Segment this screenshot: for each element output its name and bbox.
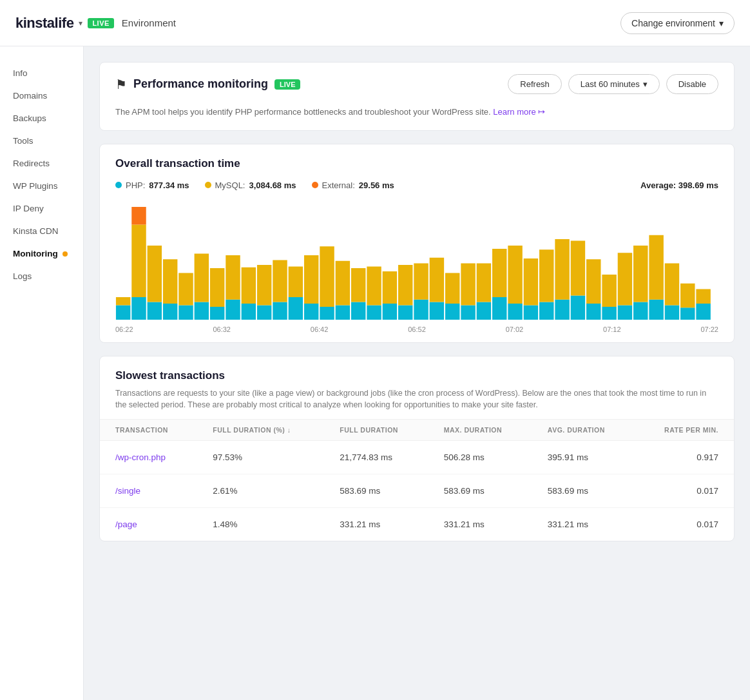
col-rate-per-min: RATE PER MIN. [635,420,734,441]
live-environment-badge: LIVE [88,18,113,28]
sidebar-item-wp-plugins[interactable]: WP Plugins [0,175,83,197]
full-duration-cell: 331.21 ms [324,508,428,541]
svg-rect-33 [367,305,381,320]
external-legend-label: External: [322,180,355,190]
logo-chevron-icon[interactable]: ▾ [79,19,82,28]
svg-rect-68 [633,246,648,302]
transaction-cell: /page [100,508,197,541]
max-duration-cell: 583.69 ms [428,474,532,508]
svg-rect-44 [445,273,459,304]
svg-rect-12 [195,253,209,302]
svg-rect-67 [633,302,648,320]
php-legend-value: 877.34 ms [149,180,189,190]
perf-desc-text: The APM tool helps you identify PHP perf… [115,107,491,117]
svg-rect-5 [148,302,162,320]
sidebar-item-redirects[interactable]: Redirects [0,152,83,175]
svg-rect-6 [148,246,162,302]
time-range-label: Last 60 minutes [581,79,640,89]
sidebar-item-tools[interactable]: Tools [0,130,83,152]
svg-rect-37 [398,305,412,320]
environment-label: Environment [122,17,176,28]
svg-rect-72 [665,263,679,305]
time-range-button[interactable]: Last 60 minutes ▾ [568,74,660,94]
change-environment-button[interactable]: Change environment ▾ [620,12,735,34]
max-duration-cell: 506.28 ms [428,441,532,474]
transaction-link[interactable]: /wp-cron.php [115,452,166,462]
svg-rect-14 [210,268,224,307]
svg-rect-20 [257,265,271,306]
sidebar-item-ip-deny[interactable]: IP Deny [0,197,83,220]
svg-rect-51 [508,304,522,320]
sidebar-item-backups[interactable]: Backups [0,107,83,130]
php-legend-dot [115,182,122,188]
transactions-header: Slowest transactions Transactions are re… [100,356,734,420]
transactions-desc: Transactions are requests to your site (… [115,387,718,412]
learn-more-link[interactable]: Learn more ↦ [493,107,545,117]
svg-rect-39 [414,299,428,319]
svg-rect-47 [477,302,491,320]
svg-rect-63 [602,307,616,320]
svg-rect-11 [195,302,209,320]
svg-rect-30 [336,260,350,305]
svg-rect-31 [351,302,365,320]
svg-rect-9 [178,305,193,320]
avg-duration-cell: 331.21 ms [532,508,635,541]
sidebar-item-info[interactable]: Info [0,62,83,84]
svg-rect-49 [492,297,506,320]
svg-rect-1 [116,297,130,306]
change-environment-label: Change environment [631,18,715,28]
transaction-cell: /single [100,474,197,508]
chevron-down-icon: ▾ [719,18,724,28]
svg-rect-40 [414,263,428,299]
svg-rect-35 [383,304,397,320]
full-duration-pct-cell: 2.61% [197,474,324,508]
chart-section: Overall transaction time PHP: 877.34 ms … [100,144,734,342]
full-duration-pct-cell: 97.53% [197,441,324,474]
svg-rect-62 [586,259,601,304]
svg-rect-7 [163,304,177,320]
svg-rect-21 [273,302,287,320]
svg-rect-65 [618,305,632,320]
monitoring-indicator-icon [63,251,68,257]
svg-rect-13 [210,307,224,320]
svg-rect-73 [680,307,695,320]
table-row: /page 1.48% 331.21 ms 331.21 ms 331.21 m… [100,508,734,541]
transaction-link[interactable]: /page [115,520,137,529]
rate-per-min-cell: 0.017 [635,508,734,541]
sidebar-item-logs[interactable]: Logs [0,265,83,287]
perf-description: The APM tool helps you identify PHP perf… [100,106,734,130]
refresh-button[interactable]: Refresh [508,74,562,94]
svg-rect-8 [163,259,177,304]
svg-rect-52 [508,246,522,304]
svg-rect-17 [242,304,256,320]
svg-rect-2 [131,297,146,320]
col-transaction: TRANSACTION [100,420,197,441]
transaction-link[interactable]: /single [115,486,140,496]
app-layout: Info Domains Backups Tools Redirects WP … [0,46,750,700]
svg-rect-60 [571,240,585,295]
mysql-legend-value: 3,084.68 ms [249,180,296,190]
svg-rect-32 [351,268,365,302]
svg-rect-61 [586,304,601,320]
col-full-duration-pct: FULL DURATION (%) ↓ [197,420,324,441]
chart-legend: PHP: 877.34 ms MySQL: 3,084.68 ms Extern… [115,180,718,190]
svg-rect-55 [539,302,553,320]
disable-button[interactable]: Disable [666,74,718,94]
svg-rect-76 [696,289,710,304]
sidebar-item-kinsta-cdn[interactable]: Kinsta CDN [0,220,83,242]
svg-rect-46 [461,263,475,305]
svg-rect-53 [524,305,538,320]
perf-title-row: ⚑ Performance monitoring LIVE [115,77,300,92]
svg-rect-70 [649,235,663,299]
svg-rect-0 [116,305,130,320]
table-row: /wp-cron.php 97.53% 21,774.83 ms 506.28 … [100,441,734,474]
svg-rect-22 [273,260,287,302]
svg-rect-27 [320,307,334,320]
svg-rect-4 [131,207,146,225]
time-range-chevron-icon: ▾ [643,79,648,89]
svg-rect-19 [257,305,271,320]
svg-rect-50 [492,249,506,297]
full-duration-cell: 583.69 ms [324,474,428,508]
sidebar-item-monitoring[interactable]: Monitoring [0,242,83,265]
sidebar-item-domains[interactable]: Domains [0,84,83,107]
